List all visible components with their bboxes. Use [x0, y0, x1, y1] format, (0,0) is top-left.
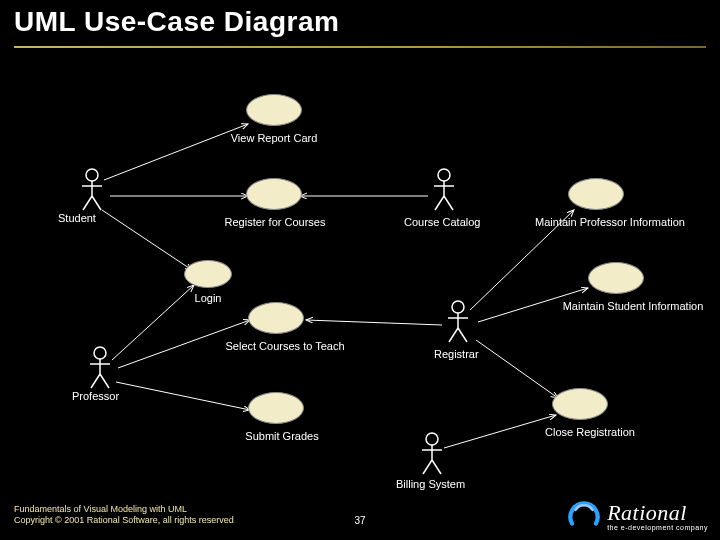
usecase-label: Register for Courses	[200, 216, 350, 228]
usecase-label: Maintain Student Information	[548, 300, 718, 312]
footer-copyright: Copyright © 2001 Rational Software, all …	[14, 515, 234, 526]
usecase-submit-grades	[248, 392, 304, 424]
usecase-select-courses-to-teach	[248, 302, 304, 334]
svg-line-4	[112, 285, 194, 360]
svg-line-21	[100, 374, 109, 388]
actor-label: Registrar	[434, 348, 479, 360]
usecase-label: Login	[188, 292, 228, 304]
logo-tagline: the e-development company	[607, 524, 708, 531]
usecase-maintain-student-info	[588, 262, 644, 294]
title-underline	[14, 46, 706, 48]
actor-label: Professor	[72, 390, 119, 402]
svg-line-6	[116, 382, 250, 410]
usecase-login	[184, 260, 232, 288]
svg-line-26	[444, 196, 453, 210]
svg-line-25	[435, 196, 444, 210]
svg-point-17	[94, 347, 106, 359]
svg-line-2	[102, 210, 192, 270]
svg-line-10	[476, 340, 558, 398]
actor-registrar-icon	[444, 300, 472, 344]
page-number: 37	[354, 515, 365, 526]
logo-text-wrap: Rational the e-development company	[607, 500, 708, 531]
usecase-close-registration	[552, 388, 608, 420]
logo-swoosh-icon	[567, 498, 601, 532]
svg-point-22	[438, 169, 450, 181]
svg-line-7	[306, 320, 442, 325]
svg-line-30	[449, 328, 458, 342]
actor-student-icon	[78, 168, 106, 212]
svg-point-12	[86, 169, 98, 181]
svg-line-35	[423, 460, 432, 474]
svg-point-27	[452, 301, 464, 313]
svg-line-15	[83, 196, 92, 210]
usecase-register-for-courses	[246, 178, 302, 210]
actor-label: Student	[58, 212, 96, 224]
page-title: UML Use-Case Diagram	[14, 6, 339, 38]
rational-logo: Rational the e-development company	[567, 498, 708, 532]
svg-line-16	[92, 196, 101, 210]
usecase-label: Maintain Professor Information	[520, 216, 700, 228]
actor-professor-icon	[86, 346, 114, 390]
svg-point-32	[426, 433, 438, 445]
usecase-view-report-card	[246, 94, 302, 126]
logo-brand-name: Rational	[607, 500, 708, 526]
usecase-label: View Report Card	[224, 132, 324, 144]
usecase-label: Select Courses to Teach	[210, 340, 360, 352]
actor-billing-system-icon	[418, 432, 446, 476]
svg-line-31	[458, 328, 467, 342]
usecase-label: Close Registration	[530, 426, 650, 438]
svg-line-36	[432, 460, 441, 474]
svg-line-20	[91, 374, 100, 388]
usecase-label: Submit Grades	[232, 430, 332, 442]
actor-label: Course Catalog	[404, 216, 480, 228]
footer-text: Fundamentals of Visual Modeling with UML…	[14, 504, 234, 527]
actor-course-catalog-icon	[430, 168, 458, 212]
footer-line: Fundamentals of Visual Modeling with UML	[14, 504, 234, 515]
usecase-maintain-professor-info	[568, 178, 624, 210]
slide: UML Use-Case Diagram	[0, 0, 720, 540]
actor-label: Billing System	[396, 478, 465, 490]
